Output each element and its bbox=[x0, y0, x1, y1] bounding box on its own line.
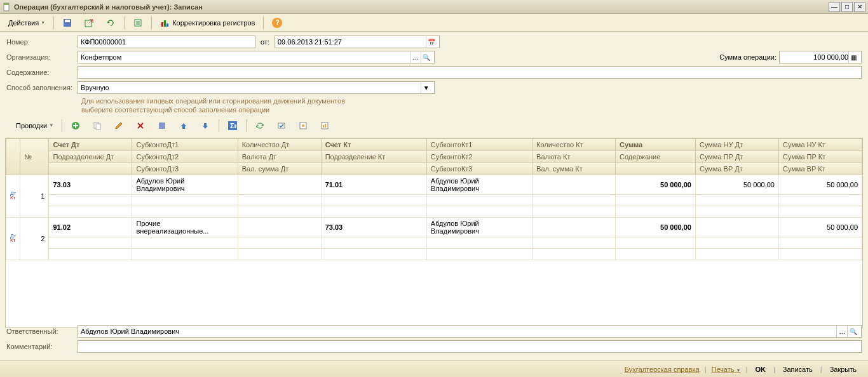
up-button[interactable] bbox=[174, 119, 193, 133]
pencil-icon bbox=[114, 121, 124, 131]
svg-rect-11 bbox=[166, 23, 168, 27]
registers-icon bbox=[160, 18, 170, 28]
copy-button[interactable] bbox=[88, 119, 107, 133]
table-header: № Счет Дт СубконтоДт1 Количество Дт Счет… bbox=[6, 138, 862, 175]
report-button[interactable] bbox=[315, 119, 334, 133]
window-controls: — □ ✕ bbox=[829, 2, 865, 12]
sum-label: Сумма операции: bbox=[719, 53, 776, 61]
refresh-icon bbox=[105, 18, 116, 28]
sum-input[interactable]: ▦ bbox=[779, 51, 862, 63]
window-title: Операция (бухгалтерский и налоговый учет… bbox=[14, 3, 829, 11]
svg-rect-4 bbox=[85, 20, 92, 27]
settings-button[interactable] bbox=[294, 119, 313, 133]
entries-toolbar: Проводки▼ Σн bbox=[6, 117, 862, 134]
report-icon bbox=[320, 121, 330, 131]
save-button[interactable]: Записать bbox=[778, 364, 818, 374]
gear-icon bbox=[298, 121, 308, 131]
document-icon bbox=[3, 3, 11, 11]
ok-button[interactable]: OK bbox=[750, 364, 771, 374]
check-icon bbox=[276, 121, 287, 131]
number-label: Номер: bbox=[6, 38, 75, 46]
actions-button[interactable]: Действия ▼ bbox=[4, 17, 50, 29]
actions-label: Действия bbox=[8, 19, 39, 27]
from-label: от: bbox=[261, 38, 269, 46]
table-row[interactable]: ДтКт 1 73.03 Абдулов Юрий Владимирович 7… bbox=[6, 175, 862, 194]
sync-icon bbox=[255, 121, 265, 131]
content-label: Содержание: bbox=[6, 69, 75, 76]
org-label: Организация: bbox=[6, 53, 75, 61]
report-link[interactable]: Бухгалтерская справка bbox=[622, 366, 702, 373]
comment-input[interactable] bbox=[78, 340, 862, 353]
main-toolbar: Действия ▼ Корректировка регистров ? bbox=[0, 14, 868, 32]
svg-rect-26 bbox=[323, 125, 324, 128]
chevron-down-icon: ▼ bbox=[49, 123, 53, 128]
arrow-up-icon bbox=[179, 121, 189, 131]
help-button[interactable]: ? bbox=[268, 16, 287, 30]
content-input[interactable] bbox=[78, 66, 862, 79]
svg-text:Σн: Σн bbox=[230, 122, 238, 129]
table-row[interactable] bbox=[6, 237, 862, 248]
sigma-button[interactable]: Σн bbox=[223, 119, 242, 133]
close-button[interactable]: Закрыть bbox=[825, 364, 862, 374]
refresh-toolbar-button[interactable] bbox=[101, 16, 120, 30]
registers-label: Корректировка регистров bbox=[172, 19, 255, 27]
fill-select[interactable]: ▼ bbox=[78, 81, 435, 94]
svg-rect-3 bbox=[65, 20, 70, 22]
select-icon[interactable]: … bbox=[836, 326, 848, 337]
table-row[interactable] bbox=[6, 206, 862, 217]
close-button[interactable]: ✕ bbox=[854, 2, 865, 12]
search-icon[interactable]: 🔍 bbox=[847, 326, 858, 337]
disk-button[interactable] bbox=[153, 119, 172, 133]
list-toolbar-button[interactable] bbox=[128, 16, 147, 30]
delete-button[interactable] bbox=[131, 119, 150, 133]
plus-icon bbox=[71, 121, 81, 131]
separator bbox=[263, 17, 264, 29]
date-input[interactable]: 📅 bbox=[275, 36, 440, 48]
copy-icon bbox=[92, 121, 102, 131]
calendar-icon[interactable]: 📅 bbox=[426, 36, 437, 48]
table-row[interactable] bbox=[6, 248, 862, 260]
save-toolbar-button[interactable] bbox=[58, 16, 77, 30]
arrow-down-icon bbox=[200, 121, 210, 131]
help-icon: ? bbox=[272, 18, 282, 28]
minimize-button[interactable]: — bbox=[829, 2, 840, 12]
dtkt-icon: ДтКт bbox=[10, 191, 22, 200]
resp-input[interactable]: …🔍 bbox=[78, 325, 862, 338]
svg-rect-1 bbox=[4, 3, 9, 5]
search-icon[interactable]: 🔍 bbox=[421, 51, 431, 63]
list-icon bbox=[133, 18, 143, 28]
form-area: Номер: от: 📅 Организация: …🔍 Сумма опера… bbox=[0, 32, 868, 138]
bottom-form: Ответственный: …🔍 Комментарий: bbox=[0, 321, 868, 359]
down-button[interactable] bbox=[196, 119, 215, 133]
titlebar: Операция (бухгалтерский и налоговый учет… bbox=[0, 0, 868, 14]
separator bbox=[53, 17, 54, 29]
calc-icon[interactable]: ▦ bbox=[848, 51, 858, 63]
registers-button[interactable]: Корректировка регистров bbox=[156, 16, 259, 30]
select-icon[interactable]: … bbox=[410, 51, 421, 63]
table-row[interactable] bbox=[6, 194, 862, 206]
sync-button[interactable] bbox=[250, 119, 269, 133]
separator bbox=[124, 17, 125, 29]
entries-button[interactable]: Проводки▼ bbox=[11, 120, 58, 131]
separator bbox=[151, 17, 152, 29]
svg-rect-9 bbox=[161, 22, 163, 27]
check-button[interactable] bbox=[272, 119, 291, 133]
org-input[interactable]: …🔍 bbox=[78, 51, 435, 63]
resp-label: Ответственный: bbox=[6, 327, 75, 335]
print-button[interactable]: Печать ▼ bbox=[709, 366, 743, 373]
footer: Бухгалтерская справка | Печать ▼ | OK | … bbox=[0, 360, 868, 377]
svg-rect-19 bbox=[159, 122, 165, 129]
edit-button[interactable] bbox=[109, 119, 128, 133]
disk-icon bbox=[157, 121, 167, 131]
number-input[interactable] bbox=[78, 36, 255, 48]
export-toolbar-button[interactable] bbox=[79, 16, 98, 30]
table-row[interactable]: ДтКт 2 91.02 Прочие внереализационные...… bbox=[6, 217, 862, 237]
dtkt-icon: ДтКт bbox=[10, 234, 22, 242]
add-button[interactable] bbox=[66, 119, 85, 133]
maximize-button[interactable]: □ bbox=[841, 2, 853, 12]
delete-icon bbox=[135, 121, 146, 131]
comment-label: Комментарий: bbox=[6, 343, 75, 350]
chevron-down-icon[interactable]: ▼ bbox=[421, 82, 431, 93]
entries-table[interactable]: № Счет Дт СубконтоДт1 Количество Дт Счет… bbox=[5, 138, 863, 328]
svg-rect-27 bbox=[325, 124, 326, 128]
